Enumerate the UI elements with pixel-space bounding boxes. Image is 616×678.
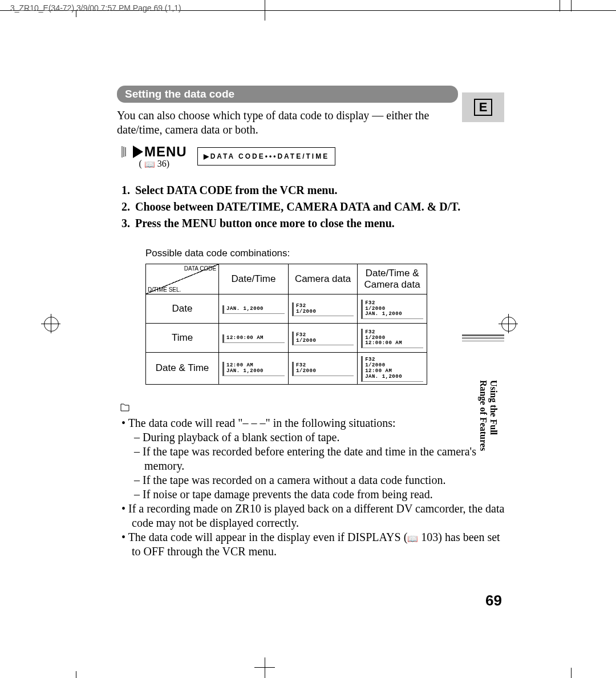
lcd: F321/2000JAN. 1,2000 — [361, 300, 423, 320]
play-icon — [133, 146, 143, 158]
combo-row-datetime: Date & Time 12:00 AMJAN. 1,2000 F321/200… — [146, 353, 427, 385]
page-number: 69 — [485, 592, 502, 610]
combo-row-date: Date JAN. 1,2000 F321/2000 F321/2000JAN.… — [146, 294, 427, 324]
lcd: F321/200012:00 AMJAN. 1,2000 — [361, 356, 423, 382]
lcd: 12:00 AMJAN. 1,2000 — [222, 362, 285, 376]
combo-row-time: Time 12:00:00 AM F321/2000 F321/200012:0… — [146, 324, 427, 353]
lcd: F321/200012:00:00 AM — [361, 329, 423, 349]
book-icon — [407, 531, 418, 543]
note-icon — [120, 403, 129, 413]
trim-bot-cross-h — [254, 667, 275, 668]
trim-top-tick-r2 — [571, 0, 572, 11]
print-mark: 3_ZR10_E(34-72) 3/9/00 7:57 PM Page 69 (… — [10, 3, 181, 13]
note-1-sub-1: During playback of a blank section of ta… — [144, 430, 510, 445]
lcd: 12:00:00 AM — [222, 334, 285, 343]
menu-osd-box: ▶DATA CODE•••DATE/TIME — [197, 147, 335, 166]
hatched-play-icon — [121, 146, 132, 158]
combo-col-1: Date/Time — [219, 264, 289, 294]
trim-bot-tick-r1 — [571, 668, 572, 678]
note-1: The data code will read "– – –" in the f… — [132, 416, 510, 502]
note-3: The data code will appear in the display… — [132, 530, 510, 559]
combo-col-3: Date/Time & Camera data — [358, 264, 427, 294]
trim-top-tick-r1 — [560, 0, 560, 11]
trim-top-cross-h — [254, 10, 275, 11]
trim-bot-tick-left — [76, 671, 76, 678]
combo-corner: DATA CODE D/TIME SEL. — [146, 264, 219, 294]
menu-page-ref: ( 36) — [139, 159, 170, 170]
trim-bot-cross-v — [265, 657, 265, 678]
step-3: Press the MENU button once more to close… — [133, 215, 510, 232]
intro-text: You can also choose which type of data c… — [117, 108, 448, 137]
note-1-sub-4: If noise or tape damage prevents the dat… — [144, 487, 510, 502]
book-icon — [144, 159, 155, 168]
step-2: Choose between DATE/TIME, CAMERA DATA an… — [133, 199, 510, 215]
step-1: Select DATA CODE from the VCR menu. — [133, 182, 510, 199]
steps-list: Select DATA CODE from the VCR menu. Choo… — [117, 182, 510, 232]
lcd: JAN. 1,2000 — [222, 305, 285, 314]
menu-word: MENU — [144, 144, 187, 160]
note-1-sub-3: If the tape was recorded on a camera wit… — [144, 473, 510, 487]
note-2: If a recording made on ZR10 is played ba… — [132, 502, 510, 530]
section-title: Setting the data code — [117, 86, 458, 103]
svg-marker-0 — [133, 146, 143, 158]
notes-block: The data code will read "– – –" in the f… — [117, 401, 510, 559]
lcd: F321/2000 — [292, 332, 354, 346]
combo-label: Possible data code combinations: — [145, 248, 510, 259]
menu-block: MENU ( 36) ▶DATA CODE•••DATE/TIME — [121, 144, 510, 170]
lcd: F321/2000 — [292, 362, 354, 376]
combo-col-2: Camera data — [288, 264, 357, 294]
registration-mark-left — [41, 314, 60, 333]
combo-table: DATA CODE D/TIME SEL. Date/Time Camera d… — [145, 264, 427, 385]
lcd: F321/2000 — [292, 302, 354, 317]
note-1-sub-2: If the tape was recorded before entering… — [144, 445, 510, 473]
